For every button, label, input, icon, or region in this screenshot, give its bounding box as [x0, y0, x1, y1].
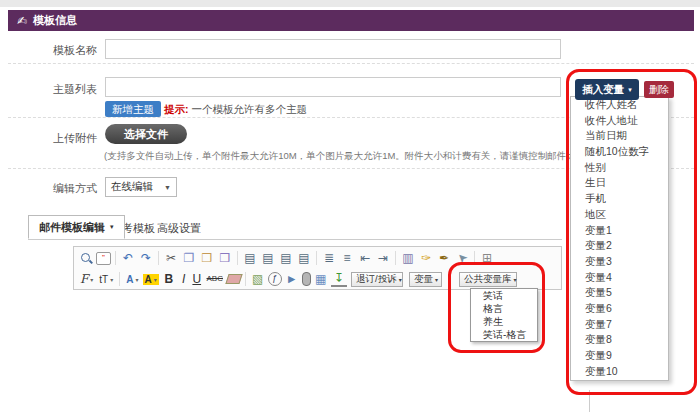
horizontal-rule-icon[interactable]: ↧ [331, 272, 347, 287]
variable-dropdown[interactable]: 变量 ▾ [409, 272, 442, 287]
insert-audio-icon[interactable] [302, 272, 311, 286]
cut-icon[interactable]: ✂ [163, 250, 179, 266]
unordered-list-icon[interactable]: ≡ [339, 250, 355, 266]
variable-item[interactable]: 当前日期 [571, 128, 668, 144]
edit-mode-value: 在线编辑 [111, 180, 153, 194]
variable-item[interactable]: 变量7 [571, 317, 668, 333]
tab-underline [28, 239, 562, 240]
paste-word-icon[interactable]: ❒ [217, 250, 233, 266]
edit-mode-select[interactable]: 在线编辑 ▼ [105, 177, 177, 197]
template-name-input[interactable] [105, 39, 561, 59]
text-color-label: A [126, 274, 133, 285]
variable-item[interactable]: 变量1 [571, 223, 668, 239]
subject-list-label: 主题列表 [35, 82, 97, 97]
upload-hint: (支持多文件自动上传，单个附件最大允许10M，单个图片最大允许1M。附件大小和计… [104, 150, 598, 163]
separator [245, 272, 246, 286]
tab-template-edit[interactable]: 邮件模板编辑 ▾ [28, 215, 125, 239]
variable-item[interactable]: 变量3 [571, 254, 668, 270]
public-variable-library-label: 公共变量库 [464, 273, 512, 286]
hint-text: 一个模板允许有多个主题 [189, 103, 307, 115]
menu-item-joke[interactable]: 笑话 [471, 289, 537, 302]
remove-format-icon[interactable] [225, 274, 242, 284]
variable-item[interactable]: 变量6 [571, 301, 668, 317]
select-arrow-icon[interactable]: ➤ [451, 247, 474, 270]
underline-icon[interactable]: U [191, 271, 203, 287]
menu-item-motto[interactable]: 格言 [471, 302, 537, 315]
font-family-dropdown[interactable]: F▾ [78, 272, 95, 286]
caret-down-icon: ▾ [110, 276, 113, 283]
indent-icon[interactable]: ⇥ [375, 250, 391, 266]
variable-item[interactable]: 变量5 [571, 285, 668, 301]
separator [115, 251, 116, 265]
variable-item[interactable]: 变量8 [571, 332, 668, 348]
insert-flash-icon[interactable]: ƒ [268, 272, 282, 286]
ordered-list-icon[interactable]: ≣ [321, 250, 337, 266]
fill-color-icon[interactable]: ✑ [418, 250, 434, 266]
insert-variable-label: 插入变量 [582, 83, 624, 97]
add-subject-button[interactable]: 新增主题 [105, 101, 161, 117]
brush-icon[interactable]: ✒ [436, 250, 452, 266]
separator [395, 251, 396, 265]
caret-down-icon: ▾ [514, 276, 517, 283]
choose-file-button[interactable]: 选择文件 [105, 124, 187, 144]
source-code-icon[interactable]: " [96, 252, 111, 265]
bold-icon[interactable]: B [161, 271, 177, 287]
preview-icon[interactable] [78, 250, 94, 266]
variable-item[interactable]: 变量10 [571, 364, 668, 380]
font-size-dropdown[interactable]: tT▾ [97, 274, 115, 285]
caret-down-icon: ▾ [110, 223, 114, 231]
undo-icon[interactable]: ↶ [120, 250, 136, 266]
unsubscribe-complaint-dropdown[interactable]: 退订/投诉 ▾ [351, 272, 403, 287]
divider [8, 63, 694, 64]
public-variable-library-dropdown[interactable]: 公共变量库 ▾ [459, 272, 517, 287]
variable-item[interactable]: 性别 [571, 160, 668, 176]
insert-variable-button[interactable]: 插入变量 ▾ [575, 79, 639, 100]
italic-icon[interactable]: I [179, 271, 189, 287]
variable-item[interactable]: 随机10位数字 [571, 144, 668, 160]
edit-mode-label: 编辑方式 [35, 181, 97, 196]
variable-item[interactable]: 手机 [571, 191, 668, 207]
variable-item[interactable]: 变量2 [571, 238, 668, 254]
separator [237, 251, 238, 265]
insert-image-icon[interactable]: ▧ [250, 271, 266, 287]
align-center-icon[interactable]: ▤ [260, 250, 276, 266]
align-left-icon[interactable]: ▤ [242, 250, 258, 266]
variable-item[interactable]: 地区 [571, 207, 668, 223]
copy-icon[interactable]: ❐ [181, 250, 197, 266]
delete-variable-button[interactable]: 删除 [644, 81, 674, 98]
menu-item-health[interactable]: 养生 [471, 315, 537, 328]
caret-down-icon: ▾ [399, 276, 402, 283]
subject-list-input[interactable] [105, 77, 561, 97]
caret-down-icon: ▾ [628, 86, 632, 94]
toolbar-row-2: F▾ tT▾ A▾ A▾ B I U ABC ▧ ƒ ► ▦ ↧ ∞ ∞✕ [78, 269, 383, 289]
unsubscribe-complaint-label: 退订/投诉 [356, 273, 397, 286]
strikethrough-icon[interactable]: ABC [205, 271, 225, 287]
tab-advanced-settings[interactable]: 高级设置 [157, 221, 201, 236]
variable-item[interactable]: 变量9 [571, 348, 668, 364]
paste-icon[interactable]: ❒ [199, 250, 215, 266]
grid-icon[interactable]: ⊞ [479, 250, 495, 266]
caret-down-icon: ▾ [135, 276, 138, 283]
toolbar-row-1: " ↶ ↷ ✂ ❐ ❒ ❒ ▤ ▤ ▤ ▤ ≣ ≡ ⇤ ⇥ ▥ ✑ ✒ ➤ ⊞ [78, 248, 495, 268]
variable-item[interactable]: 生日 [571, 175, 668, 191]
font-size-label: tT [99, 274, 108, 285]
page-title: 模板信息 [33, 13, 77, 28]
highlight-color-dropdown[interactable]: A▾ [143, 274, 159, 285]
align-right-icon[interactable]: ▤ [278, 250, 294, 266]
editor-toolbar: " ↶ ↷ ✂ ❐ ❒ ❒ ▤ ▤ ▤ ▤ ≣ ≡ ⇤ ⇥ ▥ ✑ ✒ ➤ ⊞ [73, 246, 562, 290]
text-color-dropdown[interactable]: A▾ [124, 274, 140, 285]
variable-item[interactable]: 变量4 [571, 270, 668, 286]
align-justify-icon[interactable]: ▤ [296, 250, 312, 266]
template-info-page: ✍ 模板信息 模板名称 主题列表 新增主题 提示: 一个模板允许有多个主题 上传… [0, 0, 700, 412]
separator [158, 251, 159, 265]
redo-icon[interactable]: ↷ [138, 250, 154, 266]
variable-item[interactable]: 收件人地址 [571, 113, 668, 129]
outdent-icon[interactable]: ⇤ [357, 250, 373, 266]
insert-table-icon[interactable]: ▦ [313, 271, 329, 287]
insert-video-icon[interactable]: ► [284, 271, 300, 287]
separator [474, 251, 475, 265]
blockquote-icon[interactable]: ▥ [400, 250, 416, 266]
menu-item-joke-motto[interactable]: 笑话-格言 [471, 328, 537, 341]
panel-edge-line [589, 390, 590, 412]
caret-down-icon: ▾ [435, 276, 438, 283]
